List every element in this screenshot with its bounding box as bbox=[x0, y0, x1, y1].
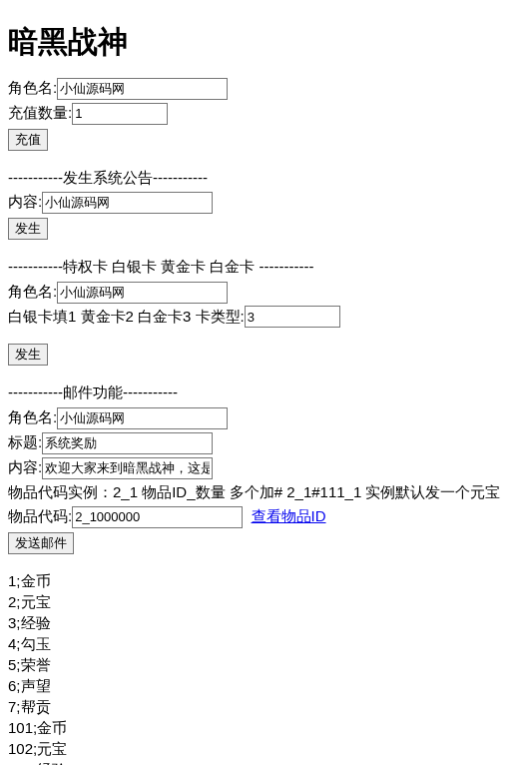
card-role-input[interactable] bbox=[57, 282, 228, 304]
list-item: 3;经验 bbox=[8, 612, 524, 633]
item-list: 1;金币 2;元宝 3;经验 4;勾玉 5;荣誉 6;声望 7;帮贡 101;金… bbox=[8, 570, 524, 766]
list-item: 103;经验 bbox=[8, 759, 524, 766]
announce-divider: -----------发生系统公告----------- bbox=[8, 167, 524, 190]
mail-divider: -----------邮件功能----------- bbox=[8, 382, 524, 404]
card-hint: 白银卡填1 黄金卡2 白金卡3 卡类型: bbox=[8, 308, 245, 325]
mail-content-label: 内容: bbox=[8, 458, 42, 475]
list-item: 101;金币 bbox=[8, 717, 524, 738]
card-role-label: 角色名: bbox=[8, 283, 57, 300]
card-type-input[interactable] bbox=[245, 306, 340, 328]
recharge-button[interactable]: 充值 bbox=[8, 129, 48, 151]
list-item: 7;帮贡 bbox=[8, 696, 524, 717]
list-item: 4;勾玉 bbox=[8, 633, 524, 654]
announce-button[interactable]: 发生 bbox=[8, 218, 48, 240]
recharge-role-input[interactable] bbox=[57, 78, 228, 100]
announce-content-input[interactable] bbox=[42, 192, 213, 214]
mail-role-input[interactable] bbox=[57, 407, 228, 429]
list-item: 2;元宝 bbox=[8, 591, 524, 612]
mail-role-label: 角色名: bbox=[8, 408, 57, 425]
card-button[interactable]: 发生 bbox=[8, 344, 48, 366]
list-item: 102;元宝 bbox=[8, 738, 524, 759]
mail-title-input[interactable] bbox=[42, 432, 213, 454]
list-item: 5;荣誉 bbox=[8, 654, 524, 675]
card-divider: -----------特权卡 白银卡 黄金卡 白金卡 ----------- bbox=[8, 256, 524, 279]
list-item: 1;金币 bbox=[8, 570, 524, 591]
view-item-id-link[interactable]: 查看物品ID bbox=[252, 507, 326, 524]
list-item: 6;声望 bbox=[8, 675, 524, 696]
qty-label: 充值数量: bbox=[8, 104, 72, 121]
role-label: 角色名: bbox=[8, 79, 57, 96]
recharge-qty-input[interactable] bbox=[72, 103, 168, 125]
announce-content-label: 内容: bbox=[8, 193, 42, 210]
mail-code-label: 物品代码: bbox=[8, 507, 72, 524]
mail-code-input[interactable] bbox=[72, 506, 243, 528]
mail-title-label: 标题: bbox=[8, 433, 42, 450]
mail-content-input[interactable] bbox=[42, 457, 213, 479]
mail-example: 物品代码实例：2_1 物品ID_数量 多个加# 2_1#111_1 实例默认发一… bbox=[8, 481, 524, 504]
page-title: 暗黑战神 bbox=[8, 22, 524, 63]
send-mail-button[interactable]: 发送邮件 bbox=[8, 532, 74, 554]
